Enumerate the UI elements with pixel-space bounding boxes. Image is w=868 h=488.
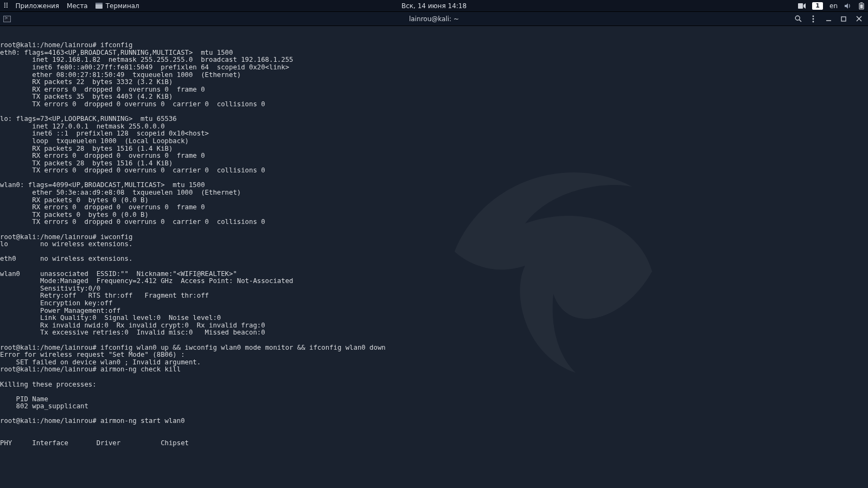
gnome-top-panel: ⠿ Приложения Места Терминал Вск, 14 июня… xyxy=(0,0,868,12)
terminal-title-bar: lainrou@kali: ~ xyxy=(0,12,868,26)
svg-point-7 xyxy=(813,18,814,20)
svg-rect-10 xyxy=(841,17,846,21)
menu-places[interactable]: Места xyxy=(67,2,88,10)
top-panel-right: 1 en xyxy=(798,2,865,10)
kali-dragon-watermark xyxy=(412,97,694,378)
svg-rect-2 xyxy=(860,2,863,3)
menu-applications[interactable]: Приложения xyxy=(16,2,60,10)
hamburger-menu-icon[interactable] xyxy=(809,15,817,23)
volume-icon[interactable] xyxy=(844,3,852,9)
activities-button[interactable]: ⠿ xyxy=(3,2,8,10)
output-iwconfig: lo no wireless extensions. eth0 no wirel… xyxy=(0,240,293,336)
output-mode-error: Error for wireless request "Set Mode" (8… xyxy=(0,351,201,366)
svg-point-8 xyxy=(813,21,814,22)
title-bar-left xyxy=(0,16,11,22)
output-ifconfig: eth0: flags=4163<UP,BROADCAST,RUNNING,MU… xyxy=(0,49,293,226)
svg-rect-0 xyxy=(798,3,803,9)
svg-point-6 xyxy=(813,15,814,17)
prompt-2: root@kali:/home/lainrou# xyxy=(0,233,97,241)
output-check-kill: Killing these processes: PID Name 802 wp… xyxy=(0,381,97,410)
menu-terminal-label: Терминал xyxy=(106,2,139,10)
window-title: lainrou@kali: ~ xyxy=(409,15,459,23)
command-ifconfig: ifconfig xyxy=(100,41,132,49)
search-icon[interactable] xyxy=(794,15,802,23)
prompt-1: root@kali:/home/lainrou# xyxy=(0,41,97,49)
prompt-5: root@kali:/home/lainrou# xyxy=(0,417,97,425)
prompt-3: root@kali:/home/lainrou# xyxy=(0,344,97,351)
record-icon[interactable] xyxy=(798,3,806,9)
workspace-indicator[interactable]: 1 xyxy=(812,2,823,10)
svg-point-4 xyxy=(795,16,800,20)
terminal-app-icon xyxy=(3,16,11,22)
maximize-button[interactable] xyxy=(840,15,847,23)
minimize-button[interactable] xyxy=(825,15,832,23)
command-airmon-start: airmon-ng start wlan0 xyxy=(100,417,184,425)
menu-terminal[interactable]: Терминал xyxy=(95,2,139,10)
command-iwconfig: iwconfig xyxy=(100,233,132,241)
output-airmon-start: PHY Interface Driver Chipset xyxy=(0,439,189,447)
close-button[interactable] xyxy=(855,15,863,23)
title-bar-right xyxy=(794,15,868,23)
clock[interactable]: Вск, 14 июня 14:18 xyxy=(401,2,467,10)
keyboard-layout[interactable]: en xyxy=(829,2,838,10)
terminal-small-icon xyxy=(95,3,103,9)
battery-icon[interactable] xyxy=(858,2,865,10)
prompt-4: root@kali:/home/lainrou# xyxy=(0,365,97,373)
terminal-viewport[interactable]: root@kali:/home/lainrou# ifconfig eth0: … xyxy=(0,26,868,488)
top-panel-left: ⠿ Приложения Места Терминал xyxy=(3,2,139,10)
command-mode-monitor: ifconfig wlan0 up && iwconfig wlan0 mode… xyxy=(100,344,386,351)
svg-line-5 xyxy=(799,20,801,22)
command-check-kill: airmon-ng check kill xyxy=(100,365,181,373)
svg-rect-3 xyxy=(860,4,863,9)
